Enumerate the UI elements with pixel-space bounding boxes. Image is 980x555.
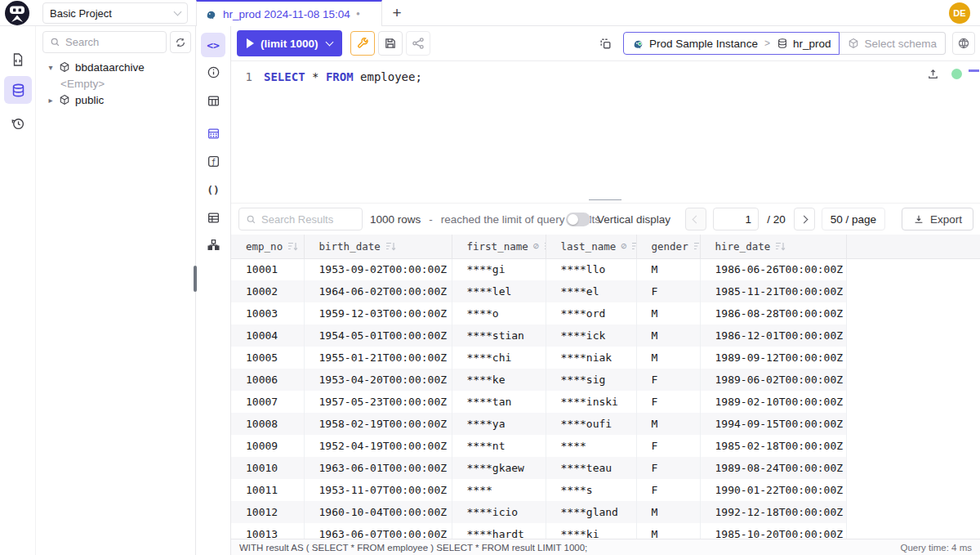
sort-icon[interactable] (385, 242, 396, 251)
sort-icon[interactable] (631, 242, 635, 251)
table-cell[interactable]: F (636, 479, 700, 501)
table-row[interactable]: 100131963-06-07T00:00:00Z****hardt****ki… (231, 523, 980, 539)
table-cell[interactable]: 1953-11-07T00:00:00Z (304, 479, 452, 501)
table-row[interactable]: 100051955-01-21T00:00:00Z****chi****niak… (231, 347, 980, 369)
table-cell[interactable]: M (636, 302, 700, 324)
run-query-button[interactable]: (limit 1000) (237, 30, 342, 56)
table-cell[interactable]: F (636, 457, 700, 479)
table-cell[interactable]: ****gkaew (452, 457, 546, 479)
table-cell[interactable]: 10001 (231, 258, 304, 280)
table-cell[interactable]: 1985-02-18T00:00:00Z (700, 435, 846, 457)
sort-icon[interactable] (287, 242, 298, 251)
table-cell[interactable]: ****chi (452, 347, 546, 369)
table-cell[interactable]: 10009 (231, 435, 304, 457)
upload-sql-icon[interactable] (927, 68, 939, 83)
table-cell[interactable]: 10004 (231, 324, 304, 347)
external-tables-icon[interactable] (201, 205, 225, 230)
instance-database-selector[interactable]: Prod Sample Instance > hr_prod (623, 32, 840, 55)
table-cell[interactable]: 1963-06-01T00:00:00Z (304, 457, 452, 479)
table-row[interactable]: 100011953-09-02T00:00:00Z****gi****lloM1… (231, 258, 980, 280)
table-cell[interactable]: 1985-11-21T00:00:00Z (700, 280, 846, 302)
table-cell[interactable]: ****tan (452, 391, 546, 413)
schema-diagram-icon[interactable] (201, 232, 225, 257)
bytebase-logo-icon[interactable] (5, 1, 29, 25)
table-cell[interactable]: F (636, 369, 700, 391)
table-cell[interactable]: 10010 (231, 457, 304, 479)
table-cell[interactable]: 10002 (231, 280, 304, 302)
column-header-emp_no[interactable]: emp_no (231, 235, 304, 258)
table-row[interactable]: 100091952-04-19T00:00:00Z****nt****F1985… (231, 435, 980, 457)
caret-expanded-icon[interactable]: ▾ (46, 63, 56, 72)
column-header-gender[interactable]: gender (636, 235, 700, 258)
table-cell[interactable]: ****gi (452, 258, 546, 280)
table-row[interactable]: 100021964-06-02T00:00:00Z****lel****elF1… (231, 280, 980, 302)
table-cell[interactable]: M (636, 347, 700, 369)
table-cell[interactable]: 1953-04-20T00:00:00Z (304, 369, 452, 391)
project-selector[interactable]: Basic Project (42, 2, 188, 24)
share-icon[interactable] (406, 31, 430, 56)
table-cell[interactable]: 10003 (231, 302, 304, 324)
table-row[interactable]: 100031959-12-03T00:00:00Z****o****ordM19… (231, 302, 980, 324)
format-wrench-icon[interactable] (350, 31, 375, 56)
table-data-icon[interactable] (201, 121, 225, 145)
table-cell[interactable]: 1959-12-03T00:00:00Z (304, 302, 452, 324)
procedures-icon[interactable]: () (201, 177, 225, 202)
table-cell[interactable]: ****el (546, 280, 636, 302)
table-cell[interactable]: 10005 (231, 347, 304, 369)
tables-icon[interactable] (201, 88, 225, 113)
tree-item-bbdataarchive[interactable]: ▾ bbdataarchive (36, 59, 195, 75)
column-header-birth_date[interactable]: birth_date (304, 235, 452, 258)
table-cell[interactable]: 1994-09-15T00:00:00Z (700, 413, 846, 435)
caret-collapsed-icon[interactable]: ▸ (46, 96, 56, 105)
table-cell[interactable]: M (636, 413, 700, 435)
schema-selector[interactable]: Select schema (840, 32, 946, 55)
table-cell[interactable]: 1964-06-02T00:00:00Z (304, 280, 452, 302)
table-cell[interactable]: 10012 (231, 501, 304, 523)
tree-search[interactable] (42, 31, 167, 53)
table-cell[interactable]: **** (452, 479, 546, 501)
table-cell[interactable]: ****s (546, 479, 636, 501)
table-row[interactable]: 100071957-05-23T00:00:00Z****tan****insk… (231, 391, 980, 413)
next-page-icon[interactable] (794, 208, 815, 231)
table-cell[interactable]: ****ord (546, 302, 636, 324)
batch-query-icon[interactable] (594, 32, 617, 55)
table-cell[interactable]: 10006 (231, 369, 304, 391)
avatar[interactable]: DE (949, 2, 970, 24)
worksheet-tab[interactable]: hr_prod 2024-11-08 15:04 ● (196, 0, 382, 26)
table-cell[interactable]: 1986-12-01T00:00:00Z (700, 324, 846, 347)
table-cell[interactable]: F (636, 435, 700, 457)
history-icon[interactable] (4, 110, 32, 137)
export-button[interactable]: Export (902, 208, 973, 231)
ai-assistant-icon[interactable] (952, 32, 975, 55)
table-row[interactable]: 100121960-10-04T00:00:00Z****icio****gla… (231, 501, 980, 523)
page-number-input[interactable] (713, 208, 759, 231)
table-cell[interactable]: 1953-09-02T00:00:00Z (304, 258, 452, 280)
prev-page-icon[interactable] (685, 208, 706, 231)
table-cell[interactable]: 1985-10-20T00:00:00Z (700, 523, 846, 539)
vertical-display-toggle[interactable] (566, 213, 590, 226)
table-cell[interactable]: ****oufi (546, 413, 636, 435)
table-cell[interactable]: 1990-01-22T00:00:00Z (700, 479, 846, 501)
results-search[interactable] (238, 208, 363, 231)
column-header-hire_date[interactable]: hire_date (700, 235, 846, 258)
new-tab-button[interactable]: + (387, 3, 407, 23)
table-row[interactable]: 100081958-02-19T00:00:00Z****ya****oufiM… (231, 413, 980, 435)
column-header-first_name[interactable]: first_name⊘ (452, 235, 546, 258)
table-cell[interactable]: ****ya (452, 413, 546, 435)
sort-icon[interactable] (544, 242, 546, 251)
table-cell[interactable]: 1960-10-04T00:00:00Z (304, 501, 452, 523)
sidebar-resize-handle[interactable] (194, 266, 197, 292)
results-search-input[interactable] (261, 213, 355, 226)
sql-editor[interactable]: 1SELECT * FROM employee; (231, 61, 980, 199)
table-cell[interactable]: 1958-02-19T00:00:00Z (304, 413, 452, 435)
table-cell[interactable]: ****o (452, 302, 546, 324)
table-cell[interactable]: ****lel (452, 280, 546, 302)
code-view-icon[interactable]: <> (201, 33, 225, 57)
table-cell[interactable]: 1954-05-01T00:00:00Z (304, 324, 452, 347)
table-row[interactable]: 100101963-06-01T00:00:00Z****gkaew****te… (231, 457, 980, 479)
table-cell[interactable]: 1989-02-10T00:00:00Z (700, 391, 846, 413)
sort-icon[interactable] (693, 242, 700, 251)
table-row[interactable]: 100061953-04-20T00:00:00Z****ke****sigF1… (231, 369, 980, 391)
page-size-select[interactable]: 50 / page (822, 208, 885, 231)
worksheet-file-icon[interactable] (4, 46, 32, 74)
